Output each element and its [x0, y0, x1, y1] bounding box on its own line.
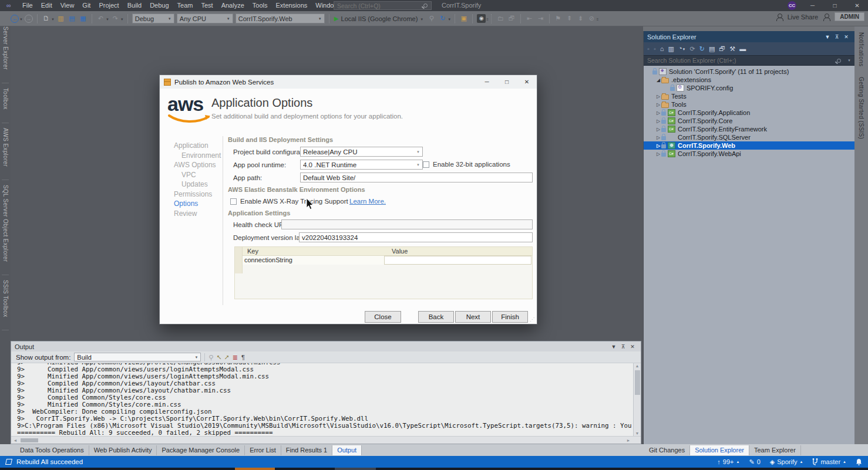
dock-tab-data-tools-operations[interactable]: Data Tools Operations — [15, 445, 89, 455]
chevron-down-icon[interactable]: ▼ — [847, 59, 851, 62]
dock-tab-find-results-1[interactable]: Find Results 1 — [281, 445, 332, 455]
tree-item-sporify-config[interactable]: SPORIFY.config — [644, 84, 854, 92]
previous-bookmark-icon[interactable]: ⇞ — [565, 14, 574, 23]
chevron-right-icon[interactable]: ▷ — [655, 143, 661, 148]
dialog-nav-options[interactable]: Options — [174, 199, 221, 209]
setting-value-cell[interactable] — [384, 256, 531, 265]
menu-item-test[interactable]: Test — [197, 0, 217, 11]
chevron-down-icon[interactable]: ▼ — [51, 16, 55, 21]
solution-configuration-dropdown[interactable]: Debug▼ — [132, 13, 174, 23]
close-button[interactable]: Close — [365, 311, 401, 323]
feedback-icon[interactable] — [823, 13, 830, 21]
quick-search-input[interactable] — [334, 2, 423, 9]
scroll-left-icon[interactable]: ◄ — [11, 437, 19, 444]
toggle-word-wrap-icon[interactable]: ¶ — [241, 353, 245, 361]
output-log-area[interactable]: 9> Minified App/common/views/profile/cha… — [11, 363, 641, 436]
close-icon[interactable]: ✕ — [628, 344, 637, 350]
dock-tab-error-list[interactable]: Error List — [245, 445, 281, 455]
dock-tab-team-explorer[interactable]: Team Explorer — [749, 445, 801, 455]
tree-item-ebextensions[interactable]: ◢.ebextensions — [644, 76, 854, 84]
forward-icon[interactable]: ◦ — [654, 45, 656, 53]
scroll-down-icon[interactable]: ▼ — [634, 431, 641, 435]
learn-more-link[interactable]: Learn More. — [349, 198, 386, 205]
dock-tab-toolbox[interactable]: Toolbox — [2, 88, 9, 110]
repository-picker[interactable]: ◈ Sporify ▲ — [770, 458, 803, 466]
menu-item-tools[interactable]: Tools — [248, 0, 272, 11]
output-source-dropdown[interactable]: Build▼ — [74, 353, 201, 361]
build-config-dropdown[interactable]: Release|Any CPU▼ — [300, 147, 423, 157]
chevron-right-icon[interactable]: ▷ — [655, 94, 661, 99]
pin-icon[interactable]: ⊼ — [618, 344, 628, 350]
menu-item-debug[interactable]: Debug — [146, 0, 173, 11]
refresh-icon[interactable]: ↻ — [438, 14, 447, 23]
tree-item-tests[interactable]: ▷Tests — [644, 92, 854, 100]
dialog-title-bar[interactable]: Publish to Amazon Web Services ─ □ ✕ — [160, 75, 537, 89]
dock-tab-getting-started-ssis[interactable]: Getting Started (SSIS) — [858, 77, 864, 139]
scroll-up-icon[interactable]: ▲ — [634, 364, 641, 368]
branch-picker[interactable]: master ▲ — [812, 458, 846, 465]
dock-tab-aws-explorer[interactable]: AWS Explorer — [2, 128, 9, 167]
dialog-minimize-button[interactable]: ─ — [477, 75, 497, 89]
tree-item-solution[interactable]: Solution 'CorrIT.Sporify' (11 of 11 proj… — [644, 67, 854, 76]
version-label-input[interactable]: v20220403193324 — [299, 232, 533, 242]
chevron-down-icon[interactable]: ▼ — [823, 34, 832, 40]
browser-link-icon[interactable]: ◉ — [477, 14, 486, 23]
menu-item-analyze[interactable]: Analyze — [217, 0, 248, 11]
tree-item-corrit-sporify-web[interactable]: ▷CorrIT.Sporify.Web — [644, 141, 854, 150]
menu-item-view[interactable]: View — [56, 0, 79, 11]
chevron-down-icon[interactable]: ▼ — [106, 16, 109, 21]
resize-grip[interactable]: ⋰ — [530, 317, 536, 323]
push-commits-button[interactable]: ↑ 99+ ▲ — [717, 458, 739, 465]
scrollbar-thumb[interactable] — [21, 438, 38, 442]
solution-explorer-search-input[interactable] — [647, 57, 837, 64]
tree-item-corrit-sporify-application[interactable]: ▷CorrIT.Sporify.Application — [644, 109, 854, 117]
next-button[interactable]: Next — [455, 311, 491, 323]
toolbar-overflow-icon[interactable]: ≡ — [597, 16, 599, 21]
enable-32bit-checkbox[interactable] — [423, 161, 429, 168]
menu-item-project[interactable]: Project — [95, 0, 123, 11]
menu-item-file[interactable]: File — [18, 0, 37, 11]
back-button[interactable]: Back — [418, 311, 454, 323]
redo-icon[interactable]: ↷ — [111, 14, 120, 23]
pin-icon[interactable]: ⊼ — [832, 34, 842, 40]
chevron-down-icon[interactable]: ▼ — [448, 16, 451, 21]
dialog-nav-environment[interactable]: Environment — [174, 151, 221, 161]
chevron-down-icon[interactable]: ▼ — [420, 16, 423, 21]
start-debugging-button[interactable]: ▶ Local IIS (Google Chrome) ▼ — [334, 15, 425, 22]
health-check-input[interactable] — [281, 219, 533, 229]
menu-item-build[interactable]: Build — [123, 0, 146, 11]
pending-changes-filter-icon[interactable]: ◔▼ — [678, 44, 686, 53]
startup-project-dropdown[interactable]: CorrIT.Sporify.Web▼ — [235, 13, 325, 23]
notifications-bell-icon[interactable] — [856, 458, 862, 465]
toolbar-overflow-icon[interactable]: ≡ — [486, 16, 489, 21]
menu-item-extensions[interactable]: Extensions — [271, 0, 311, 11]
app-pool-runtime-dropdown[interactable]: 4.0 .NET Runtime▼ — [300, 160, 423, 170]
account-avatar[interactable]: CC — [788, 1, 796, 10]
back-icon[interactable]: ◦ — [647, 45, 650, 53]
find-in-files-icon[interactable]: ▣ — [459, 14, 468, 23]
dialog-maximize-button[interactable]: □ — [497, 75, 517, 89]
dialog-nav-updates[interactable]: Updates — [174, 180, 221, 190]
dock-tab-solution-explorer[interactable]: Solution Explorer — [690, 445, 749, 455]
dock-tab-git-changes[interactable]: Git Changes — [644, 445, 690, 455]
dock-tab-web-publish-activity[interactable]: Web Publish Activity — [89, 445, 157, 455]
open-file-icon[interactable]: ▥ — [56, 14, 65, 23]
menu-item-git[interactable]: Git — [78, 0, 95, 11]
save-all-icon[interactable]: ▦ — [79, 14, 88, 23]
dock-tab-sql-server-object-explorer[interactable]: SQL Server Object Explorer — [2, 185, 9, 262]
app-path-input[interactable]: Default Web Site/ — [300, 173, 533, 182]
minimize-button[interactable]: ─ — [802, 0, 823, 11]
tree-item-corrit-sporify-core[interactable]: ▷CorrIT.Sporify.Core — [644, 117, 854, 125]
close-button[interactable]: ✕ — [846, 0, 868, 11]
refresh-icon[interactable]: ↻ — [699, 45, 705, 53]
live-share-label[interactable]: Live Share — [788, 13, 819, 21]
decrease-indent-icon[interactable]: ⇤ — [525, 14, 534, 23]
chevron-right-icon[interactable]: ▷ — [655, 102, 661, 107]
dock-tab-package-manager-console[interactable]: Package Manager Console — [157, 445, 245, 455]
chevron-down-icon[interactable]: ▼ — [609, 344, 618, 350]
solution-explorer-search-box[interactable]: ▼ — [644, 55, 854, 66]
vertical-scrollbar[interactable]: ▲ ▼ — [633, 363, 641, 436]
new-project-icon[interactable]: 🗋 — [42, 14, 51, 23]
undo-icon[interactable]: ↶ — [96, 14, 105, 23]
attach-to-process-icon[interactable]: ⚲ — [427, 14, 436, 23]
